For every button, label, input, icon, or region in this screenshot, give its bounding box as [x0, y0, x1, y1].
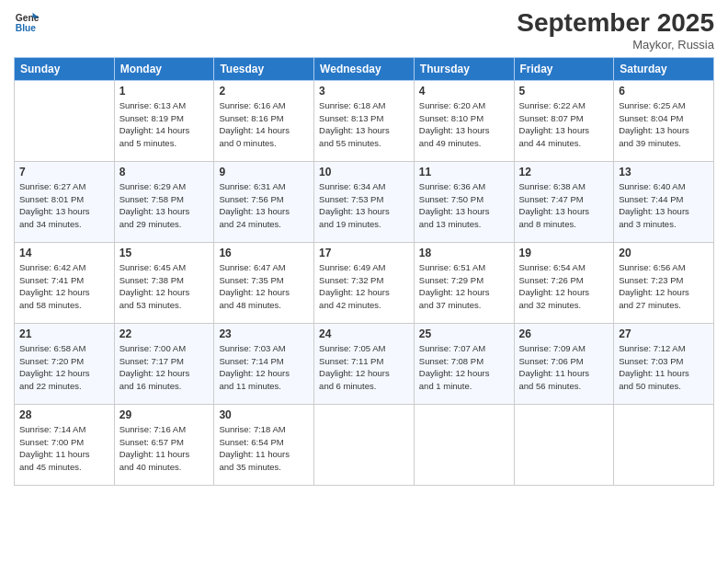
- day-info: Sunrise: 7:03 AMSunset: 7:14 PMDaylight:…: [219, 342, 309, 393]
- day-info: Sunrise: 7:14 AMSunset: 7:00 PMDaylight:…: [19, 423, 109, 474]
- day-cell: 10Sunrise: 6:34 AMSunset: 7:53 PMDayligh…: [314, 161, 415, 242]
- page: General Blue September 2025 Maykor, Russ…: [0, 0, 728, 563]
- header-cell-saturday: Saturday: [614, 57, 714, 80]
- day-cell: 5Sunrise: 6:22 AMSunset: 8:07 PMDaylight…: [514, 80, 614, 161]
- day-info: Sunrise: 7:05 AMSunset: 7:11 PMDaylight:…: [319, 342, 409, 393]
- day-cell: 30Sunrise: 7:18 AMSunset: 6:54 PMDayligh…: [214, 404, 314, 485]
- day-cell: 23Sunrise: 7:03 AMSunset: 7:14 PMDayligh…: [214, 323, 314, 404]
- day-cell: 11Sunrise: 6:36 AMSunset: 7:50 PMDayligh…: [414, 161, 514, 242]
- day-number: 6: [619, 85, 709, 98]
- day-info: Sunrise: 6:42 AMSunset: 7:41 PMDaylight:…: [19, 261, 109, 312]
- day-number: 5: [519, 85, 609, 98]
- day-number: 7: [19, 166, 109, 178]
- day-info: Sunrise: 6:38 AMSunset: 7:47 PMDaylight:…: [519, 180, 609, 231]
- day-number: 4: [419, 85, 509, 98]
- day-info: Sunrise: 6:20 AMSunset: 8:10 PMDaylight:…: [419, 99, 509, 150]
- header-cell-wednesday: Wednesday: [314, 57, 415, 80]
- day-cell: 2Sunrise: 6:16 AMSunset: 8:16 PMDaylight…: [214, 80, 314, 161]
- day-number: 29: [119, 408, 210, 421]
- day-info: Sunrise: 6:18 AMSunset: 8:13 PMDaylight:…: [319, 99, 409, 150]
- day-info: Sunrise: 7:07 AMSunset: 7:08 PMDaylight:…: [419, 342, 509, 393]
- day-number: 18: [419, 247, 509, 259]
- day-info: Sunrise: 6:16 AMSunset: 8:16 PMDaylight:…: [219, 99, 309, 150]
- header-cell-monday: Monday: [114, 57, 214, 80]
- day-info: Sunrise: 7:18 AMSunset: 6:54 PMDaylight:…: [219, 423, 309, 474]
- day-cell: [15, 80, 115, 161]
- day-cell: 25Sunrise: 7:07 AMSunset: 7:08 PMDayligh…: [414, 323, 514, 404]
- day-cell: 28Sunrise: 7:14 AMSunset: 7:00 PMDayligh…: [15, 404, 115, 485]
- day-number: 11: [419, 166, 509, 178]
- day-number: 21: [19, 327, 109, 340]
- day-cell: [514, 404, 614, 485]
- title-block: September 2025 Maykor, Russia: [517, 9, 714, 52]
- header-cell-sunday: Sunday: [15, 57, 115, 80]
- day-cell: 19Sunrise: 6:54 AMSunset: 7:26 PMDayligh…: [514, 242, 614, 323]
- logo: General Blue: [14, 9, 40, 35]
- day-number: 27: [619, 327, 709, 340]
- day-info: Sunrise: 6:36 AMSunset: 7:50 PMDaylight:…: [419, 180, 509, 231]
- svg-text:General: General: [16, 13, 40, 23]
- day-number: 14: [19, 247, 109, 259]
- day-info: Sunrise: 6:27 AMSunset: 8:01 PMDaylight:…: [19, 180, 109, 231]
- day-cell: 3Sunrise: 6:18 AMSunset: 8:13 PMDaylight…: [314, 80, 415, 161]
- week-row-5: 28Sunrise: 7:14 AMSunset: 7:00 PMDayligh…: [15, 404, 714, 485]
- day-cell: 18Sunrise: 6:51 AMSunset: 7:29 PMDayligh…: [414, 242, 514, 323]
- day-number: 28: [19, 408, 109, 421]
- day-info: Sunrise: 6:40 AMSunset: 7:44 PMDaylight:…: [619, 180, 709, 231]
- day-cell: [614, 404, 714, 485]
- day-number: 26: [519, 327, 609, 340]
- day-number: 17: [319, 247, 409, 259]
- calendar-table: SundayMondayTuesdayWednesdayThursdayFrid…: [14, 57, 714, 486]
- day-info: Sunrise: 6:29 AMSunset: 7:58 PMDaylight:…: [119, 180, 210, 231]
- day-info: Sunrise: 6:56 AMSunset: 7:23 PMDaylight:…: [619, 261, 709, 312]
- day-number: 1: [119, 85, 210, 98]
- day-number: 23: [219, 327, 309, 340]
- day-cell: 7Sunrise: 6:27 AMSunset: 8:01 PMDaylight…: [15, 161, 115, 242]
- day-info: Sunrise: 6:54 AMSunset: 7:26 PMDaylight:…: [519, 261, 609, 312]
- header-row: SundayMondayTuesdayWednesdayThursdayFrid…: [15, 57, 714, 80]
- day-info: Sunrise: 6:47 AMSunset: 7:35 PMDaylight:…: [219, 261, 309, 312]
- day-number: 8: [119, 166, 210, 178]
- day-number: 13: [619, 166, 709, 178]
- day-info: Sunrise: 6:22 AMSunset: 8:07 PMDaylight:…: [519, 99, 609, 150]
- day-info: Sunrise: 7:12 AMSunset: 7:03 PMDaylight:…: [619, 342, 709, 393]
- day-cell: 8Sunrise: 6:29 AMSunset: 7:58 PMDaylight…: [114, 161, 214, 242]
- day-cell: 22Sunrise: 7:00 AMSunset: 7:17 PMDayligh…: [114, 323, 214, 404]
- day-number: 24: [319, 327, 409, 340]
- day-number: 30: [219, 408, 309, 421]
- day-info: Sunrise: 6:51 AMSunset: 7:29 PMDaylight:…: [419, 261, 509, 312]
- day-info: Sunrise: 6:13 AMSunset: 8:19 PMDaylight:…: [119, 99, 210, 150]
- svg-text:Blue: Blue: [16, 23, 37, 33]
- week-row-4: 21Sunrise: 6:58 AMSunset: 7:20 PMDayligh…: [15, 323, 714, 404]
- day-info: Sunrise: 7:16 AMSunset: 6:57 PMDaylight:…: [119, 423, 210, 474]
- day-cell: 14Sunrise: 6:42 AMSunset: 7:41 PMDayligh…: [15, 242, 115, 323]
- day-cell: 1Sunrise: 6:13 AMSunset: 8:19 PMDaylight…: [114, 80, 214, 161]
- day-cell: 16Sunrise: 6:47 AMSunset: 7:35 PMDayligh…: [214, 242, 314, 323]
- day-info: Sunrise: 7:00 AMSunset: 7:17 PMDaylight:…: [119, 342, 210, 393]
- day-number: 25: [419, 327, 509, 340]
- day-cell: 6Sunrise: 6:25 AMSunset: 8:04 PMDaylight…: [614, 80, 714, 161]
- day-number: 12: [519, 166, 609, 178]
- day-info: Sunrise: 6:25 AMSunset: 8:04 PMDaylight:…: [619, 99, 709, 150]
- header-cell-friday: Friday: [514, 57, 614, 80]
- day-info: Sunrise: 6:31 AMSunset: 7:56 PMDaylight:…: [219, 180, 309, 231]
- day-number: 2: [219, 85, 309, 98]
- week-row-2: 7Sunrise: 6:27 AMSunset: 8:01 PMDaylight…: [15, 161, 714, 242]
- day-cell: 12Sunrise: 6:38 AMSunset: 7:47 PMDayligh…: [514, 161, 614, 242]
- day-cell: 9Sunrise: 6:31 AMSunset: 7:56 PMDaylight…: [214, 161, 314, 242]
- day-info: Sunrise: 6:45 AMSunset: 7:38 PMDaylight:…: [119, 261, 210, 312]
- day-cell: 13Sunrise: 6:40 AMSunset: 7:44 PMDayligh…: [614, 161, 714, 242]
- location-subtitle: Maykor, Russia: [517, 38, 714, 52]
- day-number: 15: [119, 247, 210, 259]
- day-info: Sunrise: 6:58 AMSunset: 7:20 PMDaylight:…: [19, 342, 109, 393]
- day-number: 3: [319, 85, 409, 98]
- day-number: 16: [219, 247, 309, 259]
- day-number: 20: [619, 247, 709, 259]
- day-info: Sunrise: 7:09 AMSunset: 7:06 PMDaylight:…: [519, 342, 609, 393]
- day-number: 19: [519, 247, 609, 259]
- day-cell: 29Sunrise: 7:16 AMSunset: 6:57 PMDayligh…: [114, 404, 214, 485]
- logo-icon: General Blue: [14, 9, 40, 35]
- day-cell: 21Sunrise: 6:58 AMSunset: 7:20 PMDayligh…: [15, 323, 115, 404]
- day-number: 22: [119, 327, 210, 340]
- day-number: 9: [219, 166, 309, 178]
